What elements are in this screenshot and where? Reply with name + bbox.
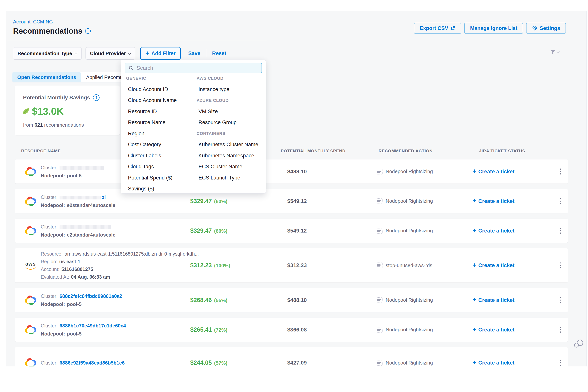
row-menu-kebab-icon[interactable] <box>554 166 568 177</box>
row-menu-kebab-icon[interactable] <box>554 295 568 305</box>
resource-line: Nodepool:e2standar4autoscale <box>41 201 115 209</box>
resource-line-label: Nodepool: <box>41 173 65 178</box>
recommendation-type-filter[interactable]: Recommendation Type <box>13 47 82 60</box>
cloud-provider-filter[interactable]: Cloud Provider <box>86 47 135 60</box>
savings-percent: (100%) <box>214 263 230 269</box>
row-menu-kebab-icon[interactable] <box>554 260 568 270</box>
create-ticket-button[interactable]: +Create a ticket <box>472 262 554 268</box>
resource-line: Region:us-east-1 <box>41 258 199 265</box>
create-ticket-button[interactable]: +Create a ticket <box>472 168 554 175</box>
filter-funnel-button[interactable] <box>550 50 559 55</box>
row-menu-kebab-icon[interactable] <box>554 358 568 366</box>
filter-menu-item[interactable]: Kubernetes Namespace <box>196 153 264 159</box>
filter-menu-item[interactable]: Potential Spend ($) <box>126 175 193 181</box>
monthly-spend-cell: $427.09 <box>280 360 375 366</box>
filter-bar: Recommendation Type Cloud Provider + Add… <box>13 47 227 60</box>
row-menu-kebab-icon[interactable] <box>554 196 568 206</box>
filter-menu-item[interactable]: ECS Launch Type <box>196 175 264 181</box>
add-filter-menu: GENERICCloud Account IDCloud Account Nam… <box>121 60 266 194</box>
create-ticket-button[interactable]: +Create a ticket <box>472 198 554 204</box>
resource-line-label: Resource: <box>41 251 63 256</box>
filter-menu-item[interactable]: Region <box>126 131 193 136</box>
recommendation-action-icon <box>376 262 382 268</box>
filter-menu-item[interactable]: Resource ID <box>126 108 193 114</box>
filter-menu-item[interactable]: Cluster Labels <box>126 153 193 159</box>
row-menu-kebab-icon[interactable] <box>554 324 568 335</box>
column-header-potential-monthly-spend[interactable]: POTENTIAL MONTHLY SPEND <box>280 148 375 154</box>
redacted-value <box>60 166 104 170</box>
resource-line: Nodepool:pool-5 <box>41 330 126 338</box>
plus-icon: + <box>473 168 476 174</box>
create-ticket-button[interactable]: +Create a ticket <box>472 228 554 234</box>
filter-menu-item[interactable]: Kubernetes Cluster Name <box>196 142 264 148</box>
column-header-jira-ticket-status[interactable]: JIRA TICKET STATUS <box>472 148 554 154</box>
filter-menu-item[interactable]: VM Size <box>196 108 264 114</box>
table-row: Cluster:Nodepool:pool-5$488.10Nodepool R… <box>15 160 568 184</box>
filter-menu-item[interactable]: Cloud Account Name <box>126 98 193 104</box>
export-csv-button[interactable]: Export CSV <box>414 23 461 34</box>
cluster-link-partial[interactable]: ɔi <box>102 194 106 200</box>
resource-line-label: Cluster: <box>41 194 58 200</box>
filter-menu-item[interactable]: Instance type <box>196 86 264 92</box>
resource-cell: Cluster:6888b1c70e49db17c1de60c4Nodepool… <box>15 322 190 338</box>
create-ticket-button[interactable]: +Create a ticket <box>472 327 554 333</box>
info-icon[interactable]: i <box>85 28 91 34</box>
table-row: awsResource:arn:aws:rds:us-east-1:511616… <box>15 248 568 282</box>
filter-menu-item[interactable]: ECS Cluster Name <box>196 164 264 170</box>
filter-section-heading: CONTAINERS <box>196 131 226 136</box>
resource-line-value: pool-5 <box>67 302 82 307</box>
recommendation-action-icon <box>376 198 382 204</box>
filter-menu-item[interactable]: Resource Group <box>196 120 264 126</box>
create-ticket-button[interactable]: +Create a ticket <box>472 297 554 303</box>
filter-menu-item[interactable]: Savings ($) <box>126 186 193 192</box>
resource-line-label: Nodepool: <box>41 202 65 208</box>
resource-cell: awsResource:arn:aws:rds:us-east-1:511616… <box>15 250 190 281</box>
resource-line-label: Cluster: <box>41 294 58 299</box>
savings-card-title: Potential Monthly Savings <box>23 94 90 101</box>
resource-line: Cluster:6886e92f59a48cad86b5b1c6 <box>41 359 125 366</box>
recommendation-action-icon <box>376 297 382 303</box>
help-icon[interactable]: ? <box>93 94 100 101</box>
monthly-savings-cell: $268.46(55%) <box>190 297 280 304</box>
cluster-link[interactable]: 6886e92f59a48cad86b5b1c6 <box>60 360 125 366</box>
savings-value: $265.41 <box>190 326 212 333</box>
recommendation-type-label: Recommendation Type <box>18 50 72 56</box>
settings-button[interactable]: Settings <box>526 23 566 34</box>
header-divider <box>7 41 267 41</box>
row-menu-kebab-icon[interactable] <box>554 226 568 236</box>
resource-line: Nodepool:pool-5 <box>41 172 104 180</box>
search-input[interactable] <box>136 65 258 71</box>
manage-ignore-list-button[interactable]: Manage Ignore List <box>464 23 523 34</box>
savings-leaf-icon <box>22 107 30 115</box>
reset-filter-button[interactable]: Reset <box>211 50 228 57</box>
cluster-link[interactable]: 688c2fefc84fbdc99801a0a2 <box>60 294 122 299</box>
add-filter-button[interactable]: + Add Filter <box>140 47 180 60</box>
gear-icon <box>532 26 537 31</box>
redacted-value <box>60 225 111 229</box>
tab-open-recommendations[interactable]: Open Recommendations <box>12 72 81 82</box>
chevron-down-icon <box>128 51 132 54</box>
column-header-recommended-action[interactable]: RECOMMENDED ACTION <box>375 148 472 154</box>
add-filter-label: Add Filter <box>152 50 176 56</box>
resource-line-label: Nodepool: <box>41 302 65 307</box>
page-title: Recommendations <box>13 27 82 35</box>
recommended-action-cell: Nodepool Rightsizing <box>375 228 472 234</box>
create-ticket-label: Create a ticket <box>478 168 514 175</box>
filter-menu-item[interactable]: Cloud Tags <box>126 164 193 170</box>
chat-support-icon[interactable] <box>574 338 584 349</box>
save-filter-button[interactable]: Save <box>187 50 202 57</box>
filter-menu-item[interactable]: Resource Name <box>126 120 193 126</box>
recommended-action-cell: Nodepool Rightsizing <box>375 360 472 366</box>
savings-value: $244.05 <box>190 359 212 366</box>
resource-line-value: arn:aws:rds:us-east-1:511616801275:db:zn… <box>64 251 199 256</box>
account-breadcrumb[interactable]: Account: CCM-NG <box>13 19 53 24</box>
gcp-cloud-icon <box>25 226 36 236</box>
filter-menu-item[interactable]: Cloud Account ID <box>126 86 193 92</box>
gcp-cloud-icon <box>25 296 36 305</box>
recommended-action-label: Nodepool Rightsizing <box>386 168 433 174</box>
cluster-link[interactable]: 6888b1c70e49db17c1de60c4 <box>60 323 126 328</box>
filter-menu-item[interactable]: Cost Category <box>126 142 193 148</box>
resource-line-value: pool-5 <box>67 173 82 178</box>
create-ticket-button[interactable]: +Create a ticket <box>472 360 554 366</box>
plus-icon: + <box>473 359 476 366</box>
